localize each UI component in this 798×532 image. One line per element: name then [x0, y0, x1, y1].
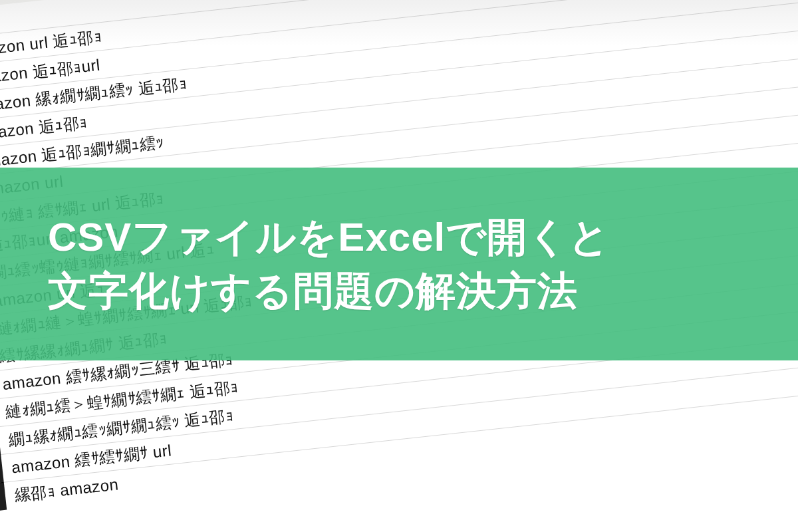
title-line-1: CSVファイルをExcelで開くと — [48, 210, 771, 264]
title-banner: CSVファイルをExcelで開くと 文字化けする問題の解決方法 — [0, 168, 798, 360]
title-line-2: 文字化けする問題の解決方法 — [48, 264, 771, 318]
